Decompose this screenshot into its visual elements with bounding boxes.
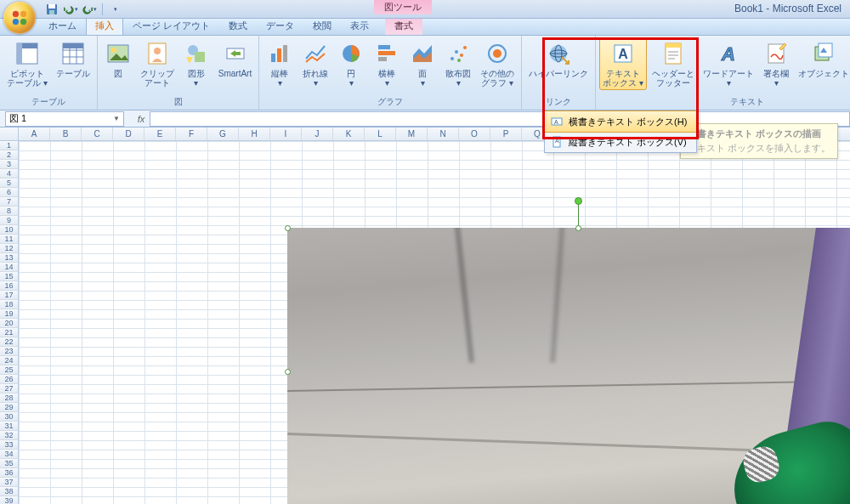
row-header[interactable]: 29: [0, 403, 19, 412]
column-header[interactable]: O: [459, 127, 490, 140]
signature-button[interactable]: 署名欄 ▾: [759, 37, 793, 90]
name-box-dropdown-icon[interactable]: ▼: [113, 115, 120, 122]
bar-chart-button[interactable]: 横棒 ▾: [370, 37, 404, 90]
name-box[interactable]: 図 1 ▼: [5, 111, 124, 127]
row-header[interactable]: 38: [0, 487, 19, 496]
row-header[interactable]: 21: [0, 328, 19, 337]
row-header[interactable]: 22: [0, 337, 19, 347]
row-header[interactable]: 1: [0, 141, 19, 150]
shapes-button[interactable]: 図形 ▾: [179, 37, 213, 90]
tab-view[interactable]: 表示: [341, 16, 378, 35]
resize-handle-n[interactable]: [575, 225, 581, 231]
vertical-textbox-item[interactable]: A 縦書きテキスト ボックス(V): [545, 132, 696, 152]
area-chart-button[interactable]: 面 ▾: [405, 37, 439, 90]
other-charts-button[interactable]: その他の グラフ ▾: [477, 37, 518, 90]
row-header[interactable]: 39: [0, 496, 19, 504]
row-header[interactable]: 7: [0, 197, 19, 207]
redo-button[interactable]: ▾: [82, 2, 97, 17]
line-chart-button[interactable]: 折れ線 ▾: [298, 37, 332, 90]
cells-area[interactable]: [19, 141, 850, 504]
row-header[interactable]: 18: [0, 300, 19, 309]
row-header[interactable]: 31: [0, 422, 19, 431]
row-header[interactable]: 4: [0, 169, 19, 178]
worksheet-grid[interactable]: 1234567891011121314151617181920212223242…: [0, 141, 850, 504]
tab-data[interactable]: データ: [257, 16, 303, 35]
column-header[interactable]: P: [490, 127, 522, 140]
row-header[interactable]: 6: [0, 188, 19, 197]
tab-formulas[interactable]: 数式: [219, 16, 257, 35]
tab-home[interactable]: ホーム: [39, 16, 86, 35]
column-chart-button[interactable]: 縦棒 ▾: [263, 37, 297, 90]
row-header[interactable]: 32: [0, 431, 19, 440]
column-header[interactable]: I: [270, 127, 302, 140]
row-header[interactable]: 12: [0, 244, 19, 253]
row-header[interactable]: 15: [0, 272, 19, 281]
row-header[interactable]: 19: [0, 309, 19, 319]
row-header[interactable]: 11: [0, 235, 19, 244]
row-header[interactable]: 27: [0, 384, 19, 394]
save-button[interactable]: [44, 2, 60, 17]
textbox-button[interactable]: Aテキスト ボックス ▾: [599, 37, 647, 90]
pivot-table-button[interactable]: ピボット テーブル ▾: [3, 37, 51, 90]
row-header[interactable]: 5: [0, 178, 19, 188]
row-header[interactable]: 28: [0, 394, 19, 403]
row-header[interactable]: 25: [0, 365, 19, 375]
row-header[interactable]: 33: [0, 440, 19, 450]
fx-icon[interactable]: fx: [133, 114, 150, 124]
clipart-button[interactable]: クリップ アート: [137, 37, 178, 90]
tab-review[interactable]: 校閲: [303, 16, 341, 35]
inserted-picture[interactable]: [287, 228, 850, 504]
column-header[interactable]: L: [365, 127, 396, 140]
hyperlink-button[interactable]: ハイパーリンク: [525, 37, 592, 81]
picture-button[interactable]: 図: [101, 37, 135, 81]
row-header[interactable]: 34: [0, 450, 19, 459]
resize-handle-nw[interactable]: [285, 225, 291, 231]
column-header[interactable]: F: [176, 127, 207, 140]
table-button[interactable]: テーブル: [53, 37, 94, 81]
row-header[interactable]: 13: [0, 253, 19, 263]
header-footer-button[interactable]: ヘッダーと フッター: [649, 37, 698, 90]
column-header[interactable]: B: [50, 127, 82, 140]
row-header[interactable]: 17: [0, 291, 19, 300]
row-header[interactable]: 20: [0, 319, 19, 328]
row-header[interactable]: 2: [0, 150, 19, 160]
column-header[interactable]: D: [113, 127, 144, 140]
row-header[interactable]: 9: [0, 216, 19, 225]
resize-handle-w[interactable]: [285, 369, 291, 375]
column-header[interactable]: N: [428, 127, 459, 140]
office-button[interactable]: [3, 2, 36, 34]
column-header[interactable]: G: [207, 127, 239, 140]
qat-customize-button[interactable]: ▾: [108, 2, 123, 17]
row-header[interactable]: 16: [0, 281, 19, 291]
column-header[interactable]: H: [239, 127, 270, 140]
tab-page-layout[interactable]: ページ レイアウト: [123, 16, 219, 35]
row-header[interactable]: 23: [0, 347, 19, 356]
row-header[interactable]: 35: [0, 459, 19, 468]
row-header[interactable]: 10: [0, 225, 19, 235]
column-header[interactable]: C: [82, 127, 113, 140]
column-header[interactable]: E: [144, 127, 176, 140]
object-button[interactable]: オブジェクト: [795, 37, 850, 81]
select-all-corner[interactable]: [0, 127, 19, 140]
tab-format[interactable]: 書式: [385, 16, 422, 35]
row-header[interactable]: 37: [0, 478, 19, 487]
column-header[interactable]: J: [302, 127, 333, 140]
pie-chart-button[interactable]: 円 ▾: [334, 37, 368, 90]
row-header[interactable]: 3: [0, 160, 19, 169]
rotation-handle[interactable]: [575, 197, 582, 205]
tab-insert[interactable]: 挿入: [86, 16, 123, 35]
row-header[interactable]: 36: [0, 468, 19, 478]
column-header[interactable]: A: [19, 127, 50, 140]
column-header[interactable]: K: [333, 127, 365, 140]
row-header[interactable]: 30: [0, 412, 19, 422]
undo-button[interactable]: ▾: [63, 2, 78, 17]
column-header[interactable]: M: [396, 127, 428, 140]
smartart-button[interactable]: SmartArt: [215, 37, 255, 81]
horizontal-textbox-item[interactable]: A 横書きテキスト ボックス(H): [544, 110, 697, 133]
row-header[interactable]: 24: [0, 356, 19, 365]
wordart-button[interactable]: Aワードアート ▾: [700, 37, 757, 90]
row-header[interactable]: 26: [0, 375, 19, 384]
row-header[interactable]: 8: [0, 207, 19, 216]
scatter-chart-button[interactable]: 散布図 ▾: [441, 37, 475, 90]
row-header[interactable]: 14: [0, 263, 19, 272]
